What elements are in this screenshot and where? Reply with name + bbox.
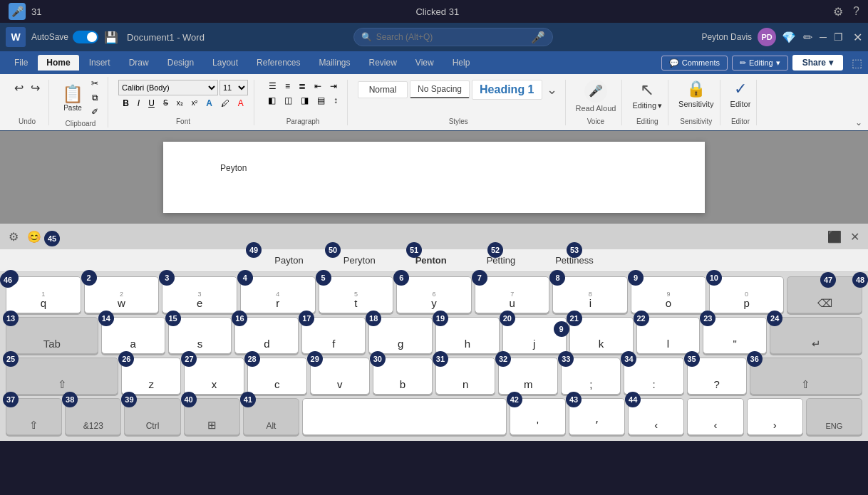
key-1[interactable]: 1 1 q bbox=[6, 276, 81, 313]
key-ctrl[interactable]: 39 Ctrl bbox=[124, 398, 180, 435]
key-apostrophe[interactable]: 42 ' bbox=[510, 398, 566, 435]
increase-indent-button[interactable]: ⇥ bbox=[326, 80, 341, 93]
diamond-icon[interactable]: 💎 bbox=[782, 31, 796, 44]
key-quote[interactable]: 23 " bbox=[703, 317, 767, 354]
settings-icon[interactable]: ⚙ bbox=[833, 5, 843, 19]
key-tab[interactable]: 13 Tab bbox=[6, 317, 98, 354]
key-2[interactable]: 2 2 w bbox=[84, 276, 160, 313]
tab-mailings[interactable]: Mailings bbox=[310, 55, 358, 71]
document-page[interactable]: Peyton bbox=[163, 142, 705, 213]
tab-insert[interactable]: Insert bbox=[81, 55, 119, 71]
strikethrough-button[interactable]: S̶ bbox=[160, 97, 172, 109]
tab-help[interactable]: Help bbox=[444, 55, 479, 71]
key-l[interactable]: 22 l bbox=[636, 317, 701, 354]
bullet-list-button[interactable]: ☰ bbox=[265, 80, 280, 93]
key-g[interactable]: 18 g bbox=[368, 317, 433, 354]
key-v[interactable]: 29 v bbox=[310, 358, 370, 395]
num-list-button[interactable]: ≡ bbox=[281, 80, 294, 93]
redo-button[interactable]: ↪ bbox=[28, 80, 43, 96]
kb-emoji-icon[interactable]: 😊 bbox=[27, 230, 41, 244]
immersive-reader-icon[interactable]: ⬚ bbox=[852, 56, 862, 70]
font-color-button[interactable]: A bbox=[234, 97, 247, 110]
autosave-toggle[interactable] bbox=[73, 31, 98, 43]
decrease-indent-button[interactable]: ⇤ bbox=[311, 80, 325, 93]
search-input[interactable] bbox=[376, 32, 527, 42]
key-win[interactable]: 40 ⊞ bbox=[184, 398, 240, 435]
ribbon-expand-button[interactable]: ⌄ bbox=[855, 118, 862, 127]
key-question[interactable]: 35 ? bbox=[687, 358, 747, 395]
justify-button[interactable]: ▤ bbox=[314, 94, 329, 107]
paste-button[interactable]: 📋 Paste bbox=[59, 81, 86, 115]
line-spacing-button[interactable]: ↕ bbox=[330, 94, 341, 107]
search-mic-icon[interactable]: 🎤 bbox=[531, 31, 545, 44]
key-8[interactable]: 8 8 i bbox=[552, 276, 628, 313]
key-5[interactable]: 5 5 t bbox=[319, 276, 394, 313]
style-normal[interactable]: Normal bbox=[358, 81, 408, 98]
comments-button[interactable]: 💬 Comments bbox=[661, 56, 728, 71]
bold-button[interactable]: B bbox=[119, 97, 133, 110]
editing-button[interactable]: ✏ Editing ▾ bbox=[732, 56, 788, 71]
key-colon[interactable]: 34 : bbox=[624, 358, 683, 395]
subscript-button[interactable]: x₂ bbox=[173, 98, 187, 108]
key-4[interactable]: 4 4 r bbox=[240, 276, 316, 313]
tab-review[interactable]: Review bbox=[361, 55, 405, 71]
tab-layout[interactable]: Layout bbox=[204, 55, 247, 71]
share-button[interactable]: Share ▾ bbox=[792, 55, 843, 71]
kb-resize-icon[interactable]: ⬛ bbox=[827, 230, 842, 244]
key-a[interactable]: 14 a bbox=[101, 317, 165, 354]
search-box[interactable]: 🔍 🎤 bbox=[353, 28, 553, 46]
sensitivity-button[interactable]: 🔒 Sensitivity bbox=[678, 80, 714, 108]
key-x[interactable]: 27 x bbox=[184, 358, 244, 395]
editor-button[interactable]: ✓ Editor bbox=[730, 80, 751, 108]
key-shift-right[interactable]: 36 ⇧ bbox=[750, 358, 862, 395]
tab-draw[interactable]: Draw bbox=[120, 55, 157, 71]
key-alt[interactable]: 41 Alt bbox=[243, 398, 299, 435]
key-backtick[interactable]: 43 ʼ bbox=[569, 398, 625, 435]
key-shift-extra[interactable]: 37 ⇧ bbox=[6, 398, 62, 435]
save-doc-icon[interactable]: 💾 bbox=[104, 31, 118, 44]
underline-button[interactable]: U bbox=[145, 97, 158, 110]
styles-more-icon[interactable]: ⌄ bbox=[544, 82, 559, 98]
key-z[interactable]: 26 z bbox=[121, 358, 181, 395]
align-right-button[interactable]: ◨ bbox=[297, 94, 312, 107]
restore-button[interactable]: ❐ bbox=[834, 31, 843, 43]
tab-file[interactable]: File bbox=[6, 55, 36, 71]
key-123[interactable]: 38 &123 bbox=[65, 398, 121, 435]
suggestion-petting[interactable]: Petting bbox=[481, 254, 521, 267]
key-m[interactable]: 32 m bbox=[498, 358, 558, 395]
key-10[interactable]: 10 0 p bbox=[709, 276, 785, 313]
tab-design[interactable]: Design bbox=[159, 55, 202, 71]
font-name-select[interactable]: Calibri (Body) bbox=[118, 80, 218, 95]
key-d[interactable]: 16 d bbox=[234, 317, 299, 354]
format-painter-button[interactable]: ✐ bbox=[88, 105, 102, 118]
key-3[interactable]: 3 3 e bbox=[162, 276, 237, 313]
key-f[interactable]: 17 f bbox=[301, 317, 366, 354]
style-no-spacing[interactable]: No Spacing bbox=[410, 80, 470, 98]
kb-settings-icon[interactable]: ⚙ bbox=[9, 230, 19, 244]
minimize-button[interactable]: ─ bbox=[820, 31, 827, 43]
close-button[interactable]: ✕ bbox=[853, 31, 862, 44]
read-aloud-button[interactable]: Read Aloud bbox=[576, 104, 616, 113]
key-h[interactable]: 19 h bbox=[435, 317, 500, 354]
key-left-44[interactable]: 44 ‹ bbox=[628, 398, 684, 435]
undo-button[interactable]: ↩ bbox=[11, 80, 26, 96]
key-shift-left[interactable]: 25 ⇧ bbox=[6, 358, 118, 395]
tab-home[interactable]: Home bbox=[38, 55, 78, 71]
cut-button[interactable]: ✂ bbox=[88, 77, 102, 90]
key-semicolon[interactable]: 33 ; bbox=[561, 358, 621, 395]
style-heading1[interactable]: Heading 1 bbox=[472, 80, 542, 100]
key-n[interactable]: 31 n bbox=[435, 358, 495, 395]
tab-view[interactable]: View bbox=[407, 55, 443, 71]
help-icon[interactable]: ? bbox=[853, 5, 859, 18]
pen-icon[interactable]: ✏ bbox=[803, 31, 812, 44]
key-eng[interactable]: ENG bbox=[806, 398, 862, 435]
copy-button[interactable]: ⧉ bbox=[88, 91, 102, 104]
key-arrow-right[interactable]: › bbox=[747, 398, 803, 435]
key-b[interactable]: 30 b bbox=[373, 358, 433, 395]
align-center-button[interactable]: ◫ bbox=[281, 94, 296, 107]
suggestion-peryton[interactable]: Peryton bbox=[338, 254, 381, 267]
key-c[interactable]: 28 c bbox=[247, 358, 307, 395]
highlight-button[interactable]: 🖊 bbox=[217, 97, 233, 110]
tab-references[interactable]: References bbox=[248, 55, 309, 71]
key-9[interactable]: 9 9 o bbox=[631, 276, 706, 313]
